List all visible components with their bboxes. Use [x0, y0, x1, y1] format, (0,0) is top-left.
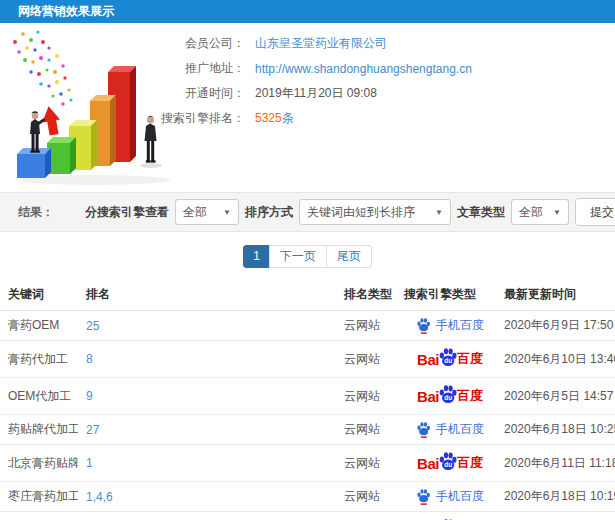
rank-type-cell: 云网站	[340, 378, 400, 415]
sort-filter-select[interactable]: 关键词由短到长排序▼	[299, 199, 451, 225]
mobile-baidu-badge: 手机百度	[416, 317, 484, 334]
engine-rank-row: 搜索引擎排名： 5325条	[150, 106, 472, 131]
engine-cell: 手机百度 Bai du 百度	[400, 415, 500, 445]
baidu-paw-icon: du	[438, 347, 458, 367]
pagination: 1 下一页 尾页	[0, 245, 615, 268]
rank-link[interactable]: 8	[86, 352, 93, 366]
last-page-button[interactable]: 尾页	[326, 245, 372, 268]
engine-cell: 手机百度 Bai du 百度	[400, 341, 500, 378]
keyword-cell: 医疗器械厂家	[0, 512, 78, 520]
updated-cell: 2020年6月9日 17:50	[500, 311, 615, 341]
mobile-baidu-paw-icon	[416, 488, 431, 505]
open-time-row: 开通时间： 2019年11月20日 09:08	[150, 81, 472, 106]
svg-text:du: du	[444, 357, 452, 364]
table-row: 医疗器械厂家 4 云网站 手机百度 Bai	[0, 512, 615, 520]
keyword-cell: 膏药代加工	[0, 341, 78, 378]
updated-cell: 2020年6月10日 13:40	[500, 341, 615, 378]
rank-type-cell: 云网站	[340, 445, 400, 482]
rank-type-cell: 云网站	[340, 512, 400, 520]
next-page-button[interactable]: 下一页	[269, 245, 327, 268]
article-type-select[interactable]: 全部▼	[511, 199, 569, 225]
promo-url-row: 推广地址： http://www.shandonghuangshengtang.…	[150, 56, 472, 81]
baidu-paw-icon: du	[438, 451, 458, 471]
rank-link[interactable]: 1	[86, 456, 93, 470]
chevron-down-icon: ▼	[435, 208, 443, 217]
baidu-logo: Bai du 百度	[417, 347, 483, 371]
results-table: 关键词 排名 排名类型 搜索引擎类型 最新更新时间 膏药OEM 25 云网站	[0, 279, 615, 520]
keyword-header: 关键词	[0, 279, 78, 311]
updated-header: 最新更新时间	[500, 279, 615, 311]
mobile-baidu-badge: 手机百度	[416, 488, 484, 505]
table-row: 北京膏药贴牌 1 云网站 手机百度 Bai	[0, 445, 615, 482]
member-info: 会员公司： 山东皇圣堂药业有限公司 推广地址： http://www.shand…	[150, 31, 472, 131]
engine-cell: 手机百度 Bai du 百度	[400, 482, 500, 512]
updated-cell: 2020年6月5日 14:57	[500, 378, 615, 415]
keyword-cell: 枣庄膏药加工	[0, 482, 78, 512]
promo-url-label: 推广地址：	[150, 60, 245, 77]
rank-type-cell: 云网站	[340, 482, 400, 512]
confetti-dots	[13, 30, 73, 105]
rank-type-cell: 云网站	[340, 341, 400, 378]
rank-link[interactable]: 1,4,6	[86, 490, 113, 504]
chevron-down-icon: ▼	[223, 208, 231, 217]
engine-filter-label: 分搜索引擎查看	[85, 204, 169, 221]
engine-cell: 手机百度 Bai du 百度	[400, 512, 500, 520]
article-type-label: 文章类型	[457, 204, 505, 221]
engine-cell: 手机百度 Bai du 百度	[400, 378, 500, 415]
engine-filter-select[interactable]: 全部▼	[175, 199, 239, 225]
baidu-logo: Bai du 百度	[417, 451, 483, 475]
mobile-baidu-badge: 手机百度	[416, 421, 484, 438]
svg-text:du: du	[444, 461, 452, 468]
info-section: 会员公司： 山东皇圣堂药业有限公司 推广地址： http://www.shand…	[0, 23, 615, 192]
page-1-button[interactable]: 1	[243, 245, 270, 268]
table-row: 药贴牌代加工 27 云网站 手机百度 Bai	[0, 415, 615, 445]
rank-type-header: 排名类型	[340, 279, 400, 311]
mobile-baidu-paw-icon	[416, 317, 431, 334]
filter-bar: 结果： 分搜索引擎查看 全部▼ 排序方式 关键词由短到长排序▼ 文章类型 全部▼…	[0, 192, 615, 232]
submit-button[interactable]: 提交	[575, 198, 615, 226]
open-time-label: 开通时间：	[150, 85, 245, 102]
rank-type-cell: 云网站	[340, 311, 400, 341]
mobile-baidu-paw-icon	[416, 421, 431, 438]
filter-controls: 分搜索引擎查看 全部▼ 排序方式 关键词由短到长排序▼ 文章类型 全部▼ 提交	[85, 198, 615, 226]
table-row: 枣庄膏药加工 1,4,6 云网站 手机百度 Bai	[0, 482, 615, 512]
member-company-row: 会员公司： 山东皇圣堂药业有限公司	[150, 31, 472, 56]
engine-rank-value[interactable]: 5325条	[255, 110, 294, 127]
keyword-cell: 药贴牌代加工	[0, 415, 78, 445]
open-time-value: 2019年11月20日 09:08	[255, 85, 377, 102]
updated-cell: 2020年6月11日 11:18	[500, 445, 615, 482]
page-header: 网络营销效果展示	[0, 0, 615, 23]
engine-cell: 手机百度 Bai du 百度	[400, 311, 500, 341]
rank-header: 排名	[78, 279, 340, 311]
promo-url-link[interactable]: http://www.shandonghuangshengtang.cn	[255, 62, 472, 76]
svg-text:du: du	[444, 394, 452, 401]
engine-type-header: 搜索引擎类型	[400, 279, 500, 311]
baidu-logo: Bai du 百度	[417, 384, 483, 408]
engine-cell: 手机百度 Bai du 百度	[400, 445, 500, 482]
results-table-body: 膏药OEM 25 云网站 手机百度 Bai	[0, 311, 615, 520]
engine-rank-label: 搜索引擎排名：	[150, 110, 245, 127]
updated-cell: 2020年5月29日 10:32	[500, 512, 615, 520]
chevron-down-icon: ▼	[553, 208, 561, 217]
rank-link[interactable]: 9	[86, 389, 93, 403]
bar-green	[47, 137, 76, 174]
keyword-cell: 北京膏药贴牌	[0, 445, 78, 482]
member-company-label: 会员公司：	[150, 35, 245, 52]
table-header-row: 关键词 排名 排名类型 搜索引擎类型 最新更新时间	[0, 279, 615, 311]
keyword-cell: OEM代加工	[0, 378, 78, 415]
sort-filter-label: 排序方式	[245, 204, 293, 221]
businessman-left	[30, 111, 45, 153]
result-label: 结果：	[18, 204, 54, 221]
baidu-paw-icon: du	[438, 384, 458, 404]
updated-cell: 2020年6月18日 10:25	[500, 415, 615, 445]
rank-link[interactable]: 27	[86, 423, 99, 437]
member-company-link[interactable]: 山东皇圣堂药业有限公司	[255, 35, 387, 52]
table-row: 膏药OEM 25 云网站 手机百度 Bai	[0, 311, 615, 341]
table-row: OEM代加工 9 云网站 手机百度 Bai	[0, 378, 615, 415]
updated-cell: 2020年6月18日 10:19	[500, 482, 615, 512]
keyword-cell: 膏药OEM	[0, 311, 78, 341]
table-row: 膏药代加工 8 云网站 手机百度 Bai	[0, 341, 615, 378]
page-title: 网络营销效果展示	[18, 4, 114, 18]
rank-link[interactable]: 25	[86, 319, 99, 333]
rank-type-cell: 云网站	[340, 415, 400, 445]
